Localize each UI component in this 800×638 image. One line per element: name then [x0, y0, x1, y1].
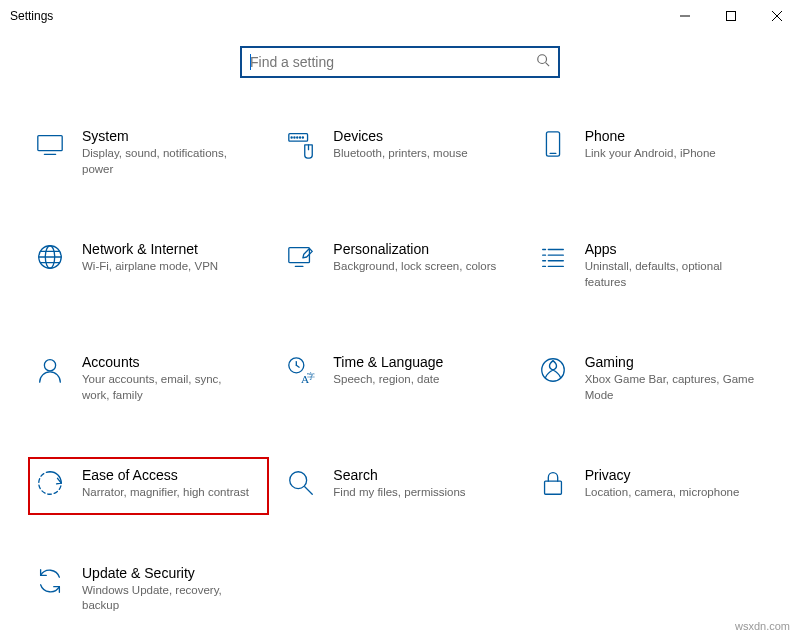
tile-desc: Background, lock screen, colors — [333, 259, 496, 275]
svg-point-10 — [294, 137, 295, 138]
search-category-icon — [285, 467, 317, 499]
svg-line-35 — [297, 365, 300, 367]
svg-line-40 — [305, 487, 313, 495]
svg-point-39 — [290, 472, 307, 489]
ease-of-access-icon — [34, 467, 66, 499]
tile-accounts[interactable]: Accounts Your accounts, email, sync, wor… — [28, 344, 269, 417]
tile-personalization[interactable]: Personalization Background, lock screen,… — [279, 231, 520, 304]
tile-update-security[interactable]: Update & Security Windows Update, recove… — [28, 555, 269, 628]
tile-title: Apps — [585, 241, 755, 257]
tile-desc: Narrator, magnifier, high contrast — [82, 485, 249, 501]
tile-title: Update & Security — [82, 565, 252, 581]
svg-point-13 — [303, 137, 304, 138]
tile-phone[interactable]: Phone Link your Android, iPhone — [531, 118, 772, 191]
tile-title: Time & Language — [333, 354, 443, 370]
gaming-icon — [537, 354, 569, 386]
tile-system[interactable]: System Display, sound, notifications, po… — [28, 118, 269, 191]
svg-point-32 — [44, 360, 55, 371]
tile-desc: Uninstall, defaults, optional features — [585, 259, 755, 290]
tile-network[interactable]: Network & Internet Wi-Fi, airplane mode,… — [28, 231, 269, 304]
maximize-button[interactable] — [708, 0, 754, 32]
tile-title: Phone — [585, 128, 716, 144]
svg-line-5 — [546, 63, 550, 67]
globe-icon — [34, 241, 66, 273]
time-language-icon: A 字 — [285, 354, 317, 386]
close-button[interactable] — [754, 0, 800, 32]
search-input[interactable] — [250, 54, 550, 70]
svg-text:字: 字 — [307, 371, 315, 381]
svg-point-9 — [291, 137, 292, 138]
tile-title: Search — [333, 467, 465, 483]
devices-icon — [285, 128, 317, 160]
svg-point-11 — [297, 137, 298, 138]
svg-rect-6 — [38, 136, 62, 151]
tile-desc: Display, sound, notifications, power — [82, 146, 252, 177]
search-container — [0, 46, 800, 78]
categories-grid: System Display, sound, notifications, po… — [0, 118, 800, 628]
watermark: wsxdn.com — [735, 620, 790, 632]
tile-title: Network & Internet — [82, 241, 218, 257]
window-title: Settings — [10, 9, 53, 23]
phone-icon — [537, 128, 569, 160]
tile-desc: Find my files, permissions — [333, 485, 465, 501]
tile-desc: Location, camera, microphone — [585, 485, 740, 501]
text-cursor — [250, 54, 251, 70]
accounts-icon — [34, 354, 66, 386]
tile-desc: Your accounts, email, sync, work, family — [82, 372, 252, 403]
minimize-button[interactable] — [662, 0, 708, 32]
tile-desc: Wi-Fi, airplane mode, VPN — [82, 259, 218, 275]
apps-icon — [537, 241, 569, 273]
tile-title: Gaming — [585, 354, 755, 370]
lock-icon — [537, 467, 569, 499]
tile-desc: Bluetooth, printers, mouse — [333, 146, 467, 162]
tile-desc: Speech, region, date — [333, 372, 443, 388]
svg-rect-15 — [546, 132, 559, 156]
tile-title: Privacy — [585, 467, 740, 483]
search-box[interactable] — [240, 46, 560, 78]
search-icon — [536, 53, 550, 71]
tile-title: Accounts — [82, 354, 252, 370]
tile-apps[interactable]: Apps Uninstall, defaults, optional featu… — [531, 231, 772, 304]
personalization-icon — [285, 241, 317, 273]
titlebar: Settings — [0, 0, 800, 32]
tile-time-language[interactable]: A 字 Time & Language Speech, region, date — [279, 344, 520, 417]
tile-title: System — [82, 128, 252, 144]
svg-point-4 — [538, 55, 547, 64]
svg-rect-22 — [289, 248, 310, 263]
tile-title: Personalization — [333, 241, 496, 257]
svg-rect-1 — [727, 12, 736, 21]
window-controls — [662, 0, 800, 32]
system-icon — [34, 128, 66, 160]
tile-gaming[interactable]: Gaming Xbox Game Bar, captures, Game Mod… — [531, 344, 772, 417]
svg-point-12 — [300, 137, 301, 138]
tile-search[interactable]: Search Find my files, permissions — [279, 457, 520, 515]
update-icon — [34, 565, 66, 597]
tile-title: Ease of Access — [82, 467, 249, 483]
tile-desc: Xbox Game Bar, captures, Game Mode — [585, 372, 755, 403]
tile-privacy[interactable]: Privacy Location, camera, microphone — [531, 457, 772, 515]
tile-desc: Link your Android, iPhone — [585, 146, 716, 162]
tile-desc: Windows Update, recovery, backup — [82, 583, 252, 614]
svg-rect-41 — [544, 481, 561, 494]
tile-title: Devices — [333, 128, 467, 144]
tile-ease-of-access[interactable]: Ease of Access Narrator, magnifier, high… — [28, 457, 269, 515]
tile-devices[interactable]: Devices Bluetooth, printers, mouse — [279, 118, 520, 191]
